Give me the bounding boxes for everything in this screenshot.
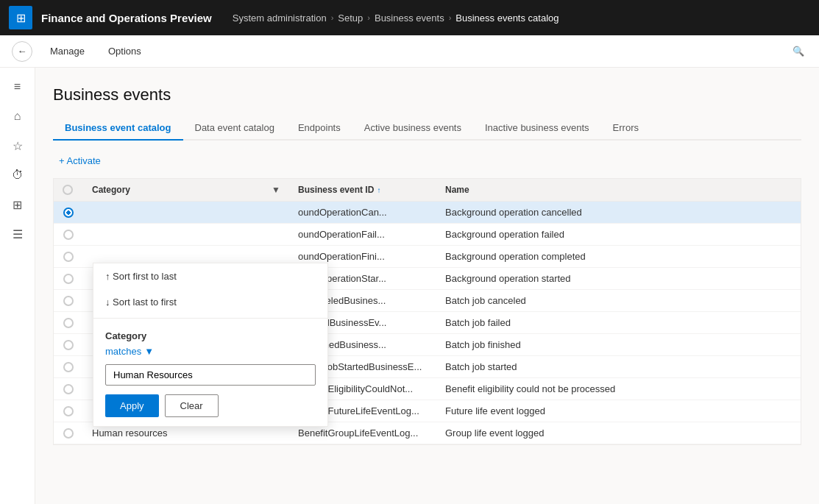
tab-business-event-catalog[interactable]: Business event catalog: [53, 116, 183, 141]
th-name-label: Name: [445, 185, 469, 195]
sidebar-workspaces-icon[interactable]: ⊞: [4, 191, 31, 218]
td-name: Batch job finished: [436, 334, 801, 355]
table-header: Category ▼ Business event ID ↑ Name: [54, 179, 801, 202]
tab-data-event-catalog[interactable]: Data event catalog: [183, 116, 286, 141]
main-content: Business events Business event catalog D…: [35, 68, 819, 504]
radio-btn[interactable]: [63, 318, 74, 328]
secondary-nav: ← Manage Options 🔍: [0, 35, 819, 68]
breadcrumb-sep-1: ›: [331, 13, 334, 22]
breadcrumb-system-admin[interactable]: System administration: [233, 13, 327, 24]
options-action[interactable]: Options: [102, 43, 147, 60]
sidebar-favorites-icon[interactable]: ☆: [4, 132, 31, 159]
th-category[interactable]: Category ▼: [83, 179, 289, 201]
radio-btn[interactable]: [63, 406, 74, 416]
radio-btn[interactable]: [63, 252, 74, 262]
header-radio[interactable]: [63, 185, 73, 195]
th-event-id[interactable]: Business event ID ↑: [289, 179, 436, 201]
category-filter-icon[interactable]: ▼: [272, 185, 280, 195]
matches-chevron-icon: ▼: [144, 346, 154, 357]
td-radio[interactable]: [54, 224, 83, 245]
td-name: Batch job canceled: [436, 290, 801, 311]
td-name: Background operation cancelled: [436, 202, 801, 223]
toolbar: + Activate: [53, 152, 801, 169]
tab-errors[interactable]: Errors: [601, 116, 650, 141]
td-category: [83, 230, 289, 240]
td-radio[interactable]: [54, 335, 83, 355]
td-radio[interactable]: [54, 202, 83, 223]
td-radio[interactable]: [54, 269, 83, 289]
sort-desc-item[interactable]: ↓ Sort last to first: [93, 289, 327, 315]
th-radio: [54, 179, 83, 201]
manage-action[interactable]: Manage: [44, 43, 91, 60]
breadcrumb-business-events[interactable]: Business events: [375, 13, 444, 24]
breadcrumb-setup[interactable]: Setup: [338, 13, 363, 24]
category-filter-input[interactable]: [105, 364, 316, 386]
td-category: [83, 207, 289, 218]
th-category-label: Category: [92, 185, 130, 195]
radio-btn[interactable]: [63, 230, 74, 240]
filter-divider: [93, 318, 327, 319]
sidebar-home-icon[interactable]: ⌂: [4, 103, 31, 129]
event-id-sort-icon: ↑: [377, 186, 380, 194]
td-name: Batch job started: [436, 356, 801, 377]
td-radio[interactable]: [54, 313, 83, 333]
app-title: Finance and Operations Preview: [41, 12, 212, 24]
filter-label: Category: [105, 330, 316, 341]
radio-btn[interactable]: [63, 340, 74, 350]
tab-inactive-business-events[interactable]: Inactive business events: [473, 116, 601, 141]
filter-popup: ↑ Sort first to last ↓ Sort last to firs…: [93, 263, 328, 427]
td-radio[interactable]: [54, 291, 83, 311]
breadcrumb: System administration › Setup › Business…: [233, 13, 559, 24]
td-name: Background operation completed: [436, 246, 801, 267]
th-name[interactable]: Name: [436, 179, 801, 201]
layout: ≡ ⌂ ☆ ⏱ ⊞ ☰ Business events Business eve…: [0, 68, 819, 504]
sidebar-list-icon[interactable]: ☰: [4, 221, 31, 247]
radio-btn[interactable]: [63, 428, 74, 439]
radio-btn[interactable]: [63, 384, 74, 394]
td-name: Batch job failed: [436, 312, 801, 333]
th-event-id-label: Business event ID: [298, 185, 374, 195]
radio-selected[interactable]: [63, 207, 74, 218]
table-row[interactable]: oundOperationFail... Background operatio…: [54, 224, 801, 246]
td-name: Group life event logged: [436, 422, 801, 444]
page-title: Business events: [53, 85, 801, 104]
td-radio[interactable]: [54, 379, 83, 400]
td-radio[interactable]: [54, 423, 83, 444]
td-name: Benefit eligibility could not be process…: [436, 378, 801, 400]
td-event-id: oundOperationCan...: [289, 202, 436, 223]
sidebar: ≡ ⌂ ☆ ⏱ ⊞ ☰: [0, 68, 35, 504]
tab-active-business-events[interactable]: Active business events: [352, 116, 473, 141]
filter-actions: Apply Clear: [105, 394, 316, 417]
matches-label: matches: [105, 346, 141, 357]
tab-endpoints[interactable]: Endpoints: [286, 116, 352, 141]
td-category: [83, 252, 289, 262]
sidebar-recent-icon[interactable]: ⏱: [4, 162, 31, 188]
td-name: Background operation failed: [436, 224, 801, 245]
table-row[interactable]: oundOperationCan... Background operation…: [54, 202, 801, 224]
radio-btn[interactable]: [63, 296, 74, 306]
app-grid-icon[interactable]: ⊞: [9, 6, 32, 29]
td-radio[interactable]: [54, 357, 83, 377]
radio-btn[interactable]: [63, 274, 74, 284]
back-button[interactable]: ←: [12, 41, 32, 62]
radio-btn[interactable]: [63, 362, 74, 372]
search-button[interactable]: 🔍: [790, 43, 807, 60]
filter-matches-dropdown[interactable]: matches ▼: [105, 346, 316, 357]
breadcrumb-sep-3: ›: [449, 13, 452, 22]
td-event-id: oundOperationFail...: [289, 224, 436, 245]
td-name: Future life event logged: [436, 400, 801, 422]
sort-asc-item[interactable]: ↑ Sort first to last: [93, 263, 327, 289]
top-bar: ⊞ Finance and Operations Preview System …: [0, 0, 819, 35]
td-radio[interactable]: [54, 401, 83, 422]
sidebar-hamburger-icon[interactable]: ≡: [4, 74, 31, 100]
breadcrumb-sep-2: ›: [367, 13, 370, 22]
td-name: Background operation started: [436, 268, 801, 289]
apply-button[interactable]: Apply: [105, 394, 159, 417]
tabs: Business event catalog Data event catalo…: [53, 116, 801, 141]
breadcrumb-current: Business events catalog: [455, 13, 559, 24]
clear-button[interactable]: Clear: [165, 394, 219, 417]
filter-section: Category matches ▼ Apply Clear: [93, 322, 327, 426]
td-radio[interactable]: [54, 246, 83, 267]
activate-button[interactable]: + Activate: [53, 152, 107, 169]
